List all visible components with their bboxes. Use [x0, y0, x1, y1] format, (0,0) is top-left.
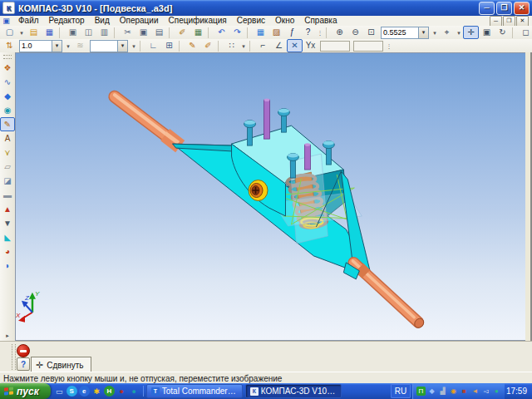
hp-icon[interactable]: H [104, 386, 115, 397]
menu-file[interactable]: Файл [13, 16, 44, 26]
volume-tray-icon[interactable]: ◅ [481, 387, 490, 396]
rotate-view-button[interactable]: ↻ [495, 26, 510, 39]
tray-red-icon[interactable]: ■ [460, 387, 469, 396]
menu-view[interactable]: Вид [90, 16, 115, 26]
filter-tool-button[interactable]: ⋎ [0, 145, 15, 160]
pan-command-tab[interactable]: ✛ Сдвинуть [31, 357, 91, 372]
new-document-dropdown[interactable]: ▾ [17, 26, 26, 39]
fillet-button[interactable]: ◕ [0, 244, 15, 259]
boss-button[interactable]: ▲ [0, 202, 15, 216]
sketch-mode-button[interactable]: ∟ [145, 39, 161, 52]
variables-button[interactable]: ƒ [284, 26, 300, 39]
layer-dropdown-icon[interactable]: ▾ [117, 41, 127, 52]
layers-button[interactable]: ≋ [72, 39, 88, 52]
interrupt-command-button[interactable] [17, 344, 30, 357]
snaps-button[interactable]: ✕ [287, 39, 303, 52]
zoom-area-button[interactable]: ⊡ [363, 26, 379, 39]
openoffice-tray-icon[interactable]: ◉ [449, 387, 458, 396]
cut-button[interactable]: ✂ [120, 26, 135, 39]
taskbar-task-kompas[interactable]: К КОМПАС-3D V10 - [П... [245, 384, 342, 398]
zoom-out-button[interactable]: ⊖ [347, 26, 363, 39]
spline-tool-button[interactable]: A [0, 131, 15, 145]
restore-button[interactable]: ❐ [496, 2, 512, 15]
zoom-scale-input[interactable] [382, 28, 418, 37]
current-step-combo[interactable]: ▾ [19, 40, 62, 52]
mixer-tray-icon[interactable]: ◄ [470, 387, 480, 396]
tray-blue-icon[interactable]: ◆ [427, 387, 436, 396]
minimize-button[interactable]: ─ [479, 2, 495, 15]
current-state-overflow[interactable]: ⋮ [385, 39, 393, 52]
quick-launch-teal-icon[interactable]: ● [129, 386, 140, 397]
panel-grip[interactable] [3, 55, 12, 59]
ortho-button[interactable]: ⌐ [255, 39, 271, 52]
menu-operations[interactable]: Операции [115, 16, 164, 26]
new-from-template-button[interactable]: ▥ [96, 26, 112, 39]
delete-object-button[interactable]: ▨ [268, 26, 284, 39]
network-tray-icon[interactable]: ▟ [438, 387, 447, 396]
paste-button[interactable]: ▤ [151, 26, 167, 39]
menu-service[interactable]: Сервис [232, 16, 270, 26]
zoom-scale-combo[interactable]: ▾ [381, 27, 429, 39]
menu-help[interactable]: Справка [299, 16, 342, 26]
layer-combo[interactable]: ▾ [90, 40, 128, 52]
csys-dropdown[interactable]: ▾ [455, 26, 463, 39]
copy-properties-button[interactable]: ✐ [175, 26, 190, 39]
coords-button[interactable]: Yx [303, 39, 318, 52]
qip-icon[interactable]: ✱ [91, 386, 102, 397]
coord-y-field[interactable] [353, 41, 383, 52]
taskbar-task-total-commander[interactable]: T Total Commander 7.0... [146, 384, 243, 398]
coord-x-field[interactable] [320, 41, 350, 52]
undo-button[interactable]: ↶ [214, 26, 229, 39]
plane-tool-button[interactable]: ◆ [0, 89, 15, 103]
layer-input[interactable] [91, 42, 117, 51]
angle-button[interactable]: ∠ [271, 39, 287, 52]
new-document-button[interactable]: ▢ [2, 26, 17, 39]
trim-tool-button[interactable]: ✐ [200, 39, 216, 52]
zoom-dropdown[interactable]: ▾ [431, 26, 439, 39]
language-indicator[interactable]: RU [391, 384, 411, 398]
start-button[interactable]: пуск [0, 383, 51, 399]
taskbar-clock[interactable]: 17:59 [505, 387, 532, 396]
new-window-button[interactable]: ⊞ [161, 39, 177, 52]
open-button[interactable]: ▤ [26, 26, 42, 39]
command-help-button[interactable]: ? [17, 357, 30, 371]
panel-expander[interactable]: ▸ [6, 332, 9, 339]
viewport-3d[interactable]: X Y Z [15, 52, 527, 341]
specification-button[interactable]: ▦ [190, 26, 206, 39]
quick-launch-red-icon[interactable]: ● [116, 386, 127, 397]
internet-explorer-icon[interactable]: e [79, 386, 90, 397]
menu-window[interactable]: Окно [270, 16, 299, 26]
sheet-tool-button[interactable]: ▱ [0, 160, 15, 174]
pan-button[interactable]: ✛ [463, 26, 479, 39]
child-close-button[interactable]: ✕ [516, 16, 529, 27]
context-help-button[interactable]: ? [300, 26, 316, 39]
grid-button[interactable]: ∷ [224, 39, 239, 52]
wireframe-mode-button[interactable]: ◻ [518, 26, 532, 39]
tray-green-icon[interactable]: ● [492, 387, 501, 396]
create-component-button[interactable]: ❖ [0, 61, 15, 75]
calculator-button[interactable]: ▦ [253, 26, 268, 39]
step-dropdown[interactable]: ▾ [64, 39, 72, 52]
close-button[interactable]: ✕ [514, 2, 530, 15]
redo-button[interactable]: ↷ [229, 26, 245, 39]
menu-specification[interactable]: Спецификация [164, 16, 232, 26]
child-restore-button[interactable]: ❐ [503, 16, 515, 27]
save-button[interactable]: ▦ [42, 26, 57, 39]
standard-overflow[interactable]: ⋮ [316, 26, 324, 39]
spiral-tool-button[interactable]: ∿ [0, 75, 15, 89]
shell-button[interactable]: ◗ [0, 259, 15, 273]
pencil-tool-button[interactable]: ✎ [185, 39, 200, 52]
current-step-input[interactable] [20, 42, 52, 51]
property-panel-grip[interactable] [12, 344, 16, 370]
zoom-in-button[interactable]: ⊕ [332, 26, 347, 39]
rib-button[interactable]: ◣ [0, 230, 15, 244]
cut-extrude-button[interactable]: ▼ [0, 216, 15, 230]
current-step-dropdown-icon[interactable]: ▾ [52, 41, 62, 52]
edit-part-button[interactable]: ✎ [0, 117, 15, 131]
child-minimize-button[interactable]: ─ [490, 16, 502, 27]
print-preview-button[interactable]: ◫ [81, 26, 96, 39]
show-desktop-icon[interactable]: ▭ [54, 386, 65, 397]
print-button[interactable]: ▣ [65, 26, 81, 39]
refresh-view-button[interactable]: ▣ [479, 26, 495, 39]
change-step-button[interactable]: ⇅ [2, 39, 17, 52]
